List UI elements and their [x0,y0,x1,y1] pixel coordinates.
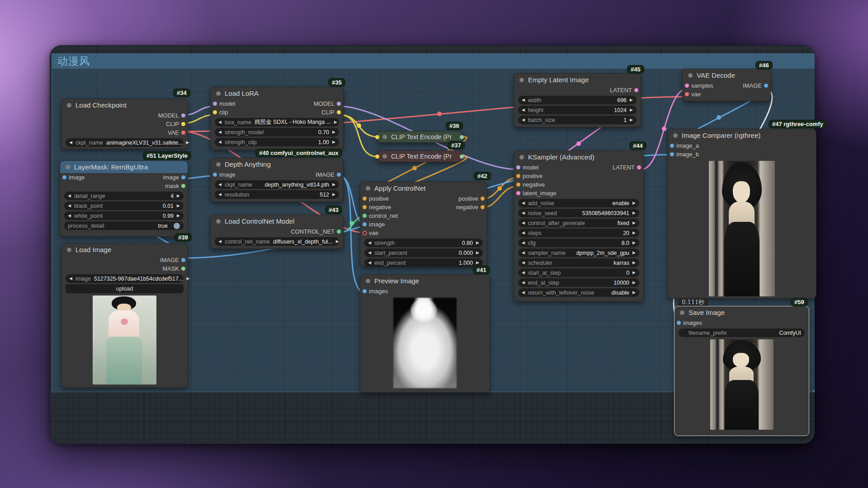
increment-arrow-icon[interactable]: ▶ [632,251,636,255]
increment-arrow-icon[interactable]: ▶ [632,231,636,235]
image-slot-icon[interactable] [213,173,217,177]
collapse-dot-icon[interactable] [688,73,693,78]
increment-arrow-icon[interactable]: ▶ [332,183,335,187]
increment-arrow-icon[interactable]: ▶ [632,291,636,295]
increment-arrow-icon[interactable]: ▶ [186,277,189,281]
filename-prefix-widget[interactable]: filename_prefix ComfyUI [679,328,805,337]
vae-slot-icon[interactable] [181,131,185,135]
return-with-leftover-noise-widget[interactable]: ◀ return_with_leftover_noise disable ▶ [518,288,639,297]
node-load-checkpoint-header[interactable]: Load Checkpoint [61,99,188,111]
decrement-arrow-icon[interactable]: ◀ [218,140,222,144]
image-file-combo[interactable]: ◀ image 5127325-987dae41b54cdcdef517... … [66,274,184,283]
decrement-arrow-icon[interactable]: ◀ [368,251,371,255]
black-point-widget[interactable]: ◀ black_point 0.01 ▶ [64,202,184,210]
toggle-knob-icon[interactable] [174,223,180,229]
node-empty-latent-header[interactable]: Empty Latent Image [514,74,641,86]
vae-slot-icon[interactable] [363,231,367,235]
detail-range-widget[interactable]: ◀ detail_range 4 ▶ [64,192,184,200]
vae-slot-icon[interactable] [685,92,689,96]
node-clip-text-encode-negative[interactable]: CLIP Text Encode (Pr [377,150,462,162]
model-slot-icon[interactable] [337,102,341,106]
control-after-generate-widget[interactable]: ◀ control_after_generate fixed ▶ [518,219,639,227]
image-slot-icon[interactable] [363,289,367,293]
collapse-dot-icon[interactable] [366,279,370,283]
increment-arrow-icon[interactable]: ▶ [632,241,636,245]
node-empty-latent[interactable]: Empty Latent Image LATENT ◀ width 696 ▶ … [514,73,641,127]
increment-arrow-icon[interactable]: ▶ [632,221,636,225]
increment-arrow-icon[interactable]: ▶ [630,108,633,112]
mask-slot-icon[interactable] [181,184,185,188]
clip-slot-icon[interactable] [375,155,379,159]
increment-arrow-icon[interactable]: ▶ [336,239,339,244]
decrement-arrow-icon[interactable]: ◀ [69,141,72,145]
collapse-dot-icon[interactable] [382,154,387,159]
decrement-arrow-icon[interactable]: ◀ [522,281,525,285]
node-preview-image-header[interactable]: Preview Image [360,275,490,287]
latent-slot-icon[interactable] [637,165,641,169]
image-slot-icon[interactable] [764,84,768,88]
decrement-arrow-icon[interactable]: ◀ [68,214,71,218]
increment-arrow-icon[interactable]: ▶ [476,261,479,265]
collapse-dot-icon[interactable] [519,78,524,82]
image-slot-icon[interactable] [670,144,674,148]
sampler-name-widget[interactable]: ◀ sampler_name dpmpp_2m_sde_gpu ▶ [518,249,639,257]
increment-arrow-icon[interactable]: ▶ [476,251,479,255]
decrement-arrow-icon[interactable]: ◀ [522,291,525,295]
image-slot-icon[interactable] [670,152,674,156]
decrement-arrow-icon[interactable]: ◀ [522,271,525,275]
node-vae-decode-header[interactable]: VAE Decode [683,69,770,81]
increment-arrow-icon[interactable]: ▶ [177,194,180,198]
node-load-checkpoint[interactable]: Load Checkpoint MODEL CLIP VAE ◀ ckpt_na… [61,99,188,149]
increment-arrow-icon[interactable]: ▶ [177,204,180,208]
collapse-dot-icon[interactable] [366,186,370,191]
increment-arrow-icon[interactable]: ▶ [332,192,335,197]
increment-arrow-icon[interactable]: ▶ [632,281,636,285]
node-layermask-header[interactable]: LayerMask: RemBgUltra [60,161,188,173]
image-slot-icon[interactable] [337,173,341,177]
decrement-arrow-icon[interactable]: ◀ [68,204,71,208]
increment-arrow-icon[interactable]: ▶ [177,214,180,218]
conditioning-slot-icon[interactable] [481,197,485,201]
node-apply-controlnet-header[interactable]: Apply ControlNet [360,182,487,194]
mask-slot-icon[interactable] [181,267,185,271]
collapse-dot-icon[interactable] [67,248,71,252]
increment-arrow-icon[interactable]: ▶ [332,140,335,144]
model-slot-icon[interactable] [516,165,520,169]
decrement-arrow-icon[interactable]: ◀ [522,98,525,102]
image-slot-icon[interactable] [181,258,185,262]
strength-widget[interactable]: ◀ strength 0.80 ▶ [364,239,483,247]
latent-slot-icon[interactable] [516,191,520,195]
decrement-arrow-icon[interactable]: ◀ [522,118,525,122]
decrement-arrow-icon[interactable]: ◀ [69,277,72,281]
depth-ckpt-combo[interactable]: ◀ ckpt_name depth_anything_vitl14.pth ▶ [215,180,339,189]
control-net-slot-icon[interactable] [337,230,341,234]
start-percent-widget[interactable]: ◀ start_percent 0.000 ▶ [364,249,483,257]
node-layermask-rembgultra[interactable]: LayerMask: RemBgUltra image image mask ◀… [60,160,188,237]
scheduler-widget[interactable]: ◀ scheduler karras ▶ [518,258,639,267]
controlnet-name-combo[interactable]: ◀ control_net_name diffusers_xl_depth_fu… [215,237,339,246]
decrement-arrow-icon[interactable]: ◀ [522,211,525,215]
decrement-arrow-icon[interactable]: ◀ [522,251,525,255]
increment-arrow-icon[interactable]: ▶ [632,261,636,265]
node-load-lora-header[interactable]: Load LoRA [211,87,343,99]
decrement-arrow-icon[interactable]: ◀ [522,231,525,235]
decrement-arrow-icon[interactable]: ◀ [68,194,71,198]
node-clip-neg-header[interactable]: CLIP Text Encode (Pr [377,151,462,162]
end-at-step-widget[interactable]: ◀ end_at_step 10000 ▶ [518,278,639,287]
clip-slot-icon[interactable] [181,122,185,126]
start-at-step-widget[interactable]: ◀ start_at_step 0 ▶ [518,268,639,277]
decrement-arrow-icon[interactable]: ◀ [218,239,222,244]
decrement-arrow-icon[interactable]: ◀ [522,201,525,205]
white-point-widget[interactable]: ◀ white_point 0.99 ▶ [64,211,184,220]
increment-arrow-icon[interactable]: ▶ [630,118,633,122]
node-load-controlnet[interactable]: Load ControlNet Model CONTROL_NET ◀ cont… [210,215,344,249]
node-load-image-header[interactable]: Load Image [61,244,188,256]
compare-image-preview[interactable] [709,161,775,296]
decrement-arrow-icon[interactable]: ◀ [218,130,222,134]
node-load-lora[interactable]: Load LoRA model MODEL clip CLIP ◀ lora_n… [210,87,344,150]
image-slot-icon[interactable] [181,175,185,179]
node-apply-controlnet[interactable]: Apply ControlNet positive positive negat… [360,182,487,267]
conditioning-slot-icon[interactable] [363,197,367,201]
node-load-controlnet-header[interactable]: Load ControlNet Model [211,215,343,227]
decrement-arrow-icon[interactable]: ◀ [368,241,371,245]
